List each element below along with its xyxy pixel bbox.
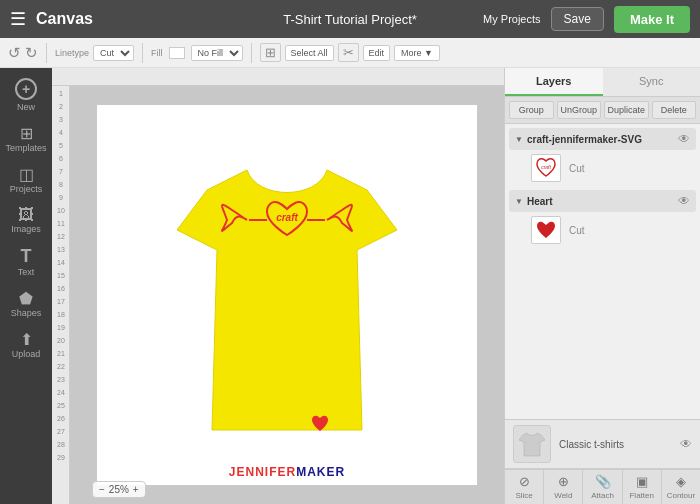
attach-button[interactable]: 📎 Attach	[583, 470, 622, 504]
heart-layer-thumb	[531, 216, 561, 244]
templates-icon: ⊞	[20, 124, 33, 143]
fill-label: Fill	[151, 48, 163, 58]
edit-button[interactable]: Edit	[363, 45, 391, 61]
project-title: T-Shirt Tutorial Project*	[283, 12, 417, 27]
shapes-label: Shapes	[11, 308, 42, 318]
linetype-select[interactable]: Cut	[93, 45, 134, 61]
layer-group-craft: ▼ craft-jennifermaker-SVG 👁 craft Cut	[509, 128, 696, 186]
bottom-panel: Classic t-shirts 👁	[505, 419, 700, 469]
heart-layer-type: Cut	[569, 225, 585, 236]
projects-label: Projects	[10, 184, 43, 194]
svg-text:craft: craft	[276, 212, 298, 223]
select-all-button[interactable]: Select All	[285, 45, 334, 61]
save-button[interactable]: Save	[551, 7, 604, 31]
zoom-out-icon[interactable]: −	[99, 484, 105, 495]
slice-icon: ⊘	[519, 474, 530, 489]
more-button[interactable]: More ▼	[394, 45, 440, 61]
templates-label: Templates	[5, 143, 46, 153]
chevron-down-icon: ▼	[515, 135, 523, 144]
redo-icon[interactable]: ↻	[25, 44, 38, 62]
flatten-icon: ▣	[636, 474, 648, 489]
slice-label: Slice	[515, 491, 532, 500]
shapes-icon: ⬟	[19, 289, 33, 308]
sidebar-item-shapes[interactable]: ⬟ Shapes	[3, 284, 49, 323]
zoom-value: 25%	[109, 484, 129, 495]
sidebar-item-text[interactable]: T Text	[3, 241, 49, 282]
ungroup-button[interactable]: UnGroup	[557, 101, 602, 119]
canvas-background[interactable]: craft JENNIFERMAKER − 25%	[70, 86, 504, 504]
new-icon: +	[15, 78, 37, 100]
craft-layer-type: Cut	[569, 163, 585, 174]
zoom-in-icon[interactable]: +	[133, 484, 139, 495]
heart-group-name: Heart	[527, 196, 674, 207]
duplicate-button[interactable]: Duplicate	[604, 101, 649, 119]
hamburger-icon[interactable]: ☰	[10, 8, 26, 30]
classic-tshirts-item[interactable]: Classic t-shirts 👁	[505, 420, 700, 469]
right-panel: Layers Sync Group UnGroup Duplicate Dele…	[504, 68, 700, 504]
images-label: Images	[11, 224, 41, 234]
tab-layers[interactable]: Layers	[505, 68, 603, 96]
upload-label: Upload	[12, 349, 41, 359]
text-label: Text	[18, 267, 35, 277]
flatten-button[interactable]: ▣ Flatten	[623, 470, 662, 504]
vertical-ruler: 1 2 3 4 5 6 7 8 9 10 11 12 13 14 15 16 1	[52, 86, 70, 504]
sidebar-item-templates[interactable]: ⊞ Templates	[3, 119, 49, 158]
attach-icon: 📎	[595, 474, 611, 489]
layer-group-heart: ▼ Heart 👁 Cut	[509, 190, 696, 248]
layer-group-craft-header[interactable]: ▼ craft-jennifermaker-SVG 👁	[509, 128, 696, 150]
select-all-icon[interactable]: ⊞	[260, 43, 281, 62]
contour-label: Contour	[667, 491, 695, 500]
contour-icon: ◈	[676, 474, 686, 489]
craft-design-svg: craft	[217, 185, 357, 255]
topbar: ☰ Canvas T-Shirt Tutorial Project* My Pr…	[0, 0, 700, 38]
panel-tabs: Layers Sync	[505, 68, 700, 97]
weld-label: Weld	[554, 491, 572, 500]
undo-icon[interactable]: ↺	[8, 44, 21, 62]
canvas-label: Canvas	[36, 10, 93, 28]
left-sidebar: + New ⊞ Templates ◫ Projects 🖼 Images T …	[0, 68, 52, 504]
main-layout: + New ⊞ Templates ◫ Projects 🖼 Images T …	[0, 68, 700, 504]
upload-icon: ⬆	[20, 330, 33, 349]
sidebar-item-new[interactable]: + New	[3, 73, 49, 117]
contour-button[interactable]: ◈ Contour	[662, 470, 700, 504]
new-label: New	[17, 102, 35, 112]
images-icon: 🖼	[18, 206, 34, 224]
my-projects-link[interactable]: My Projects	[483, 13, 540, 25]
classic-tshirts-label: Classic t-shirts	[559, 439, 672, 450]
svg-text:craft: craft	[541, 164, 551, 170]
tshirt-eye-icon[interactable]: 👁	[680, 437, 692, 451]
canvas-white: craft JENNIFERMAKER	[97, 105, 477, 485]
small-heart-svg	[310, 415, 330, 433]
craft-layer-thumb: craft	[531, 154, 561, 182]
panel-actions: Group UnGroup Duplicate Delete	[505, 97, 700, 124]
chevron-down-icon-heart: ▼	[515, 197, 523, 206]
flatten-label: Flatten	[629, 491, 653, 500]
scissors-icon[interactable]: ✂	[338, 43, 359, 62]
fill-select[interactable]: No Fill	[191, 45, 243, 61]
craft-eye-icon[interactable]: 👁	[678, 132, 690, 146]
heart-layer-item[interactable]: Cut	[509, 212, 696, 248]
sidebar-item-images[interactable]: 🖼 Images	[3, 201, 49, 239]
secondary-toolbar: ↺ ↻ Linetype Cut Fill No Fill ⊞ Select A…	[0, 38, 700, 68]
slice-button[interactable]: ⊘ Slice	[505, 470, 544, 504]
attach-label: Attach	[591, 491, 614, 500]
craft-layer-item[interactable]: craft Cut	[509, 150, 696, 186]
linetype-label: Linetype	[55, 48, 89, 58]
weld-icon: ⊕	[558, 474, 569, 489]
sidebar-item-upload[interactable]: ⬆ Upload	[3, 325, 49, 364]
sidebar-item-projects[interactable]: ◫ Projects	[3, 160, 49, 199]
delete-button[interactable]: Delete	[652, 101, 697, 119]
heart-eye-icon[interactable]: 👁	[678, 194, 690, 208]
bottom-tools: ⊘ Slice ⊕ Weld 📎 Attach ▣ Flatten ◈ Cont…	[505, 469, 700, 504]
text-icon: T	[21, 246, 32, 267]
zoom-control: − 25% +	[92, 481, 146, 498]
projects-icon: ◫	[19, 165, 34, 184]
make-it-button[interactable]: Make It	[614, 6, 690, 33]
tshirt-thumb	[513, 425, 551, 463]
weld-button[interactable]: ⊕ Weld	[544, 470, 583, 504]
layer-group-heart-header[interactable]: ▼ Heart 👁	[509, 190, 696, 212]
canvas-area: 0 1 3 5 7 9 11 13 15 17 19 21 23 25 27 2…	[52, 68, 504, 504]
group-button[interactable]: Group	[509, 101, 554, 119]
layer-list: ▼ craft-jennifermaker-SVG 👁 craft Cut	[505, 124, 700, 419]
tab-sync[interactable]: Sync	[603, 68, 701, 96]
